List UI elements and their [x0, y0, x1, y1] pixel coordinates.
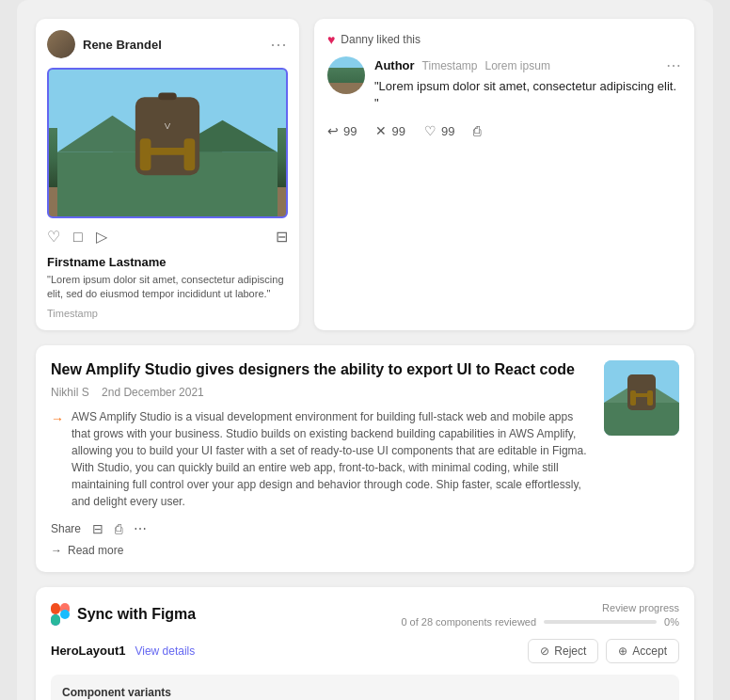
figma-logo	[51, 603, 70, 626]
accept-button[interactable]: ⊕ Accept	[606, 639, 679, 663]
social-card-header: Rene Brandel ⋯	[47, 30, 288, 58]
svg-rect-16	[630, 390, 636, 406]
article-date: 2nd December 2021	[102, 386, 204, 399]
share-stat-icon: ⎙	[473, 123, 481, 138]
tweet-stats: ↩ 99 ✕ 99 ♡ 99 ⎙	[327, 123, 681, 138]
hero-layout-row: HeroLayout1 View details	[51, 644, 195, 658]
figma-header: Sync with Figma Review progress 0 of 28 …	[51, 602, 679, 628]
reject-button[interactable]: ⊘ Reject	[528, 639, 598, 663]
like-stat: ♡ 99	[424, 123, 454, 138]
cross-stat: ✕ 99	[375, 123, 405, 138]
svg-point-21	[60, 610, 70, 619]
article-content: New Amplify Studio gives designers the a…	[51, 360, 589, 557]
progress-bar	[544, 620, 657, 624]
article-byline: Nikhil S 2nd December 2021	[51, 386, 589, 399]
like-stat-icon: ♡	[424, 123, 436, 138]
avatar	[47, 30, 75, 58]
read-more-text: Read more	[68, 544, 123, 557]
post-timestamp: Timestamp	[47, 308, 288, 319]
tweet-lorem: Lorem ipsum	[485, 59, 550, 72]
review-progress-section: Review progress 0 of 28 components revie…	[401, 602, 679, 628]
more-action-icon[interactable]: ⋯	[134, 521, 147, 536]
article-body: → AWS Amplify Studio is a visual develop…	[51, 408, 589, 510]
hero-layout-label: HeroLayout1	[51, 644, 125, 658]
review-progress-label: Review progress	[401, 602, 679, 613]
liked-row: ♥ Danny liked this	[327, 32, 681, 47]
liked-by-text: Danny liked this	[341, 33, 421, 46]
svg-rect-22	[51, 614, 60, 626]
tweet-author: Author	[374, 58, 415, 72]
figma-sync-section: Sync with Figma Review progress 0 of 28 …	[36, 587, 694, 700]
action-buttons: ⊘ Reject ⊕ Accept	[528, 639, 679, 663]
share-stat[interactable]: ⎙	[473, 123, 481, 138]
tweet-meta: Author Timestamp Lorem ipsum ⋯	[374, 56, 681, 74]
article-text: AWS Amplify Studio is a visual developme…	[71, 408, 589, 510]
comment-icon[interactable]: □	[73, 229, 83, 246]
like-count: 99	[441, 124, 454, 138]
article-thumbnail	[604, 360, 679, 436]
read-more-arrow: →	[51, 544, 62, 557]
article-author: Nikhil S	[51, 386, 89, 399]
accept-circle-icon: ⊕	[618, 644, 627, 658]
share-icon[interactable]: ▷	[96, 228, 107, 246]
bookmark-icon[interactable]: ⊟	[276, 228, 288, 246]
article-actions: Share ⊟ ⎙ ⋯	[51, 521, 589, 536]
figma-title-row: Sync with Figma	[51, 603, 196, 626]
cross-icon: ✕	[375, 123, 387, 138]
post-actions: ♡ □ ▷ ⊟	[47, 228, 288, 246]
tweet-body: Author Timestamp Lorem ipsum ⋯ "Lorem ip…	[327, 56, 681, 112]
progress-row: 0 of 28 components reviewed 0%	[401, 616, 679, 628]
svg-rect-7	[140, 138, 151, 170]
svg-rect-10	[150, 148, 186, 155]
svg-text:V: V	[165, 120, 171, 131]
svg-rect-17	[647, 390, 653, 406]
component-variants-header: Component variants	[62, 686, 668, 699]
tweet-timestamp: Timestamp	[422, 59, 478, 72]
post-image: V	[47, 68, 288, 218]
view-details-link[interactable]: View details	[135, 644, 195, 658]
retweet-icon: ↩	[327, 123, 339, 138]
top-row: Rene Brandel ⋯	[36, 19, 694, 330]
main-container: Rene Brandel ⋯	[17, 0, 713, 700]
article-card: New Amplify Studio gives designers the a…	[36, 345, 694, 572]
like-icon[interactable]: ♡	[47, 228, 60, 246]
component-variants-panel: Component variants Mode Light ▾ Current …	[51, 675, 679, 700]
reject-label: Reject	[554, 644, 586, 658]
tweet-more-icon[interactable]: ⋯	[666, 56, 681, 74]
bookmark-action-icon[interactable]: ⊟	[92, 521, 103, 536]
post-caption: "Lorem ipsum dolor sit amet, consectetur…	[47, 273, 288, 302]
svg-rect-18	[51, 603, 60, 614]
post-author-name: Firstname Lastname	[47, 255, 288, 269]
retweet-count: 99	[343, 124, 357, 138]
accept-label: Accept	[632, 644, 667, 658]
retweet-stat: ↩ 99	[327, 123, 357, 138]
social-post-card: Rene Brandel ⋯	[36, 19, 299, 330]
tweet-text: "Lorem ipsum dolor sit amet, consectetur…	[374, 78, 681, 112]
tweet-card: ♥ Danny liked this Author Timestamp Lore…	[314, 19, 694, 330]
read-more-link[interactable]: → Read more	[51, 544, 589, 557]
svg-rect-8	[184, 138, 196, 170]
share-label: Share	[51, 522, 81, 535]
more-options-icon[interactable]: ⋯	[270, 34, 288, 55]
heart-icon: ♥	[327, 32, 335, 47]
tweet-content: Author Timestamp Lorem ipsum ⋯ "Lorem ip…	[374, 56, 681, 112]
reject-circle-icon: ⊘	[540, 644, 549, 658]
figma-section-title: Sync with Figma	[77, 606, 196, 623]
svg-rect-6	[158, 92, 177, 100]
figma-sub-header: HeroLayout1 View details ⊘ Reject ⊕ Acce…	[51, 639, 679, 663]
article-title: New Amplify Studio gives designers the a…	[51, 360, 589, 380]
progress-percent: 0%	[664, 616, 679, 628]
share-action-icon[interactable]: ⎙	[115, 521, 122, 536]
tweet-avatar	[327, 56, 365, 94]
username: Rene Brandel	[83, 38, 270, 52]
review-count: 0 of 28 components reviewed	[401, 616, 536, 628]
article-arrow-icon: →	[51, 409, 64, 510]
cross-count: 99	[391, 124, 405, 138]
